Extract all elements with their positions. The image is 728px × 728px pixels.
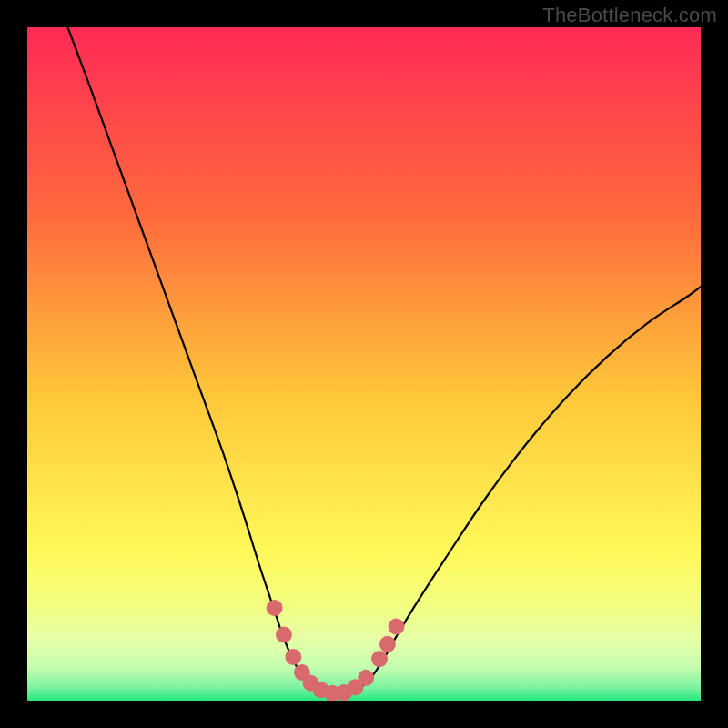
marker-dot <box>285 649 301 665</box>
marker-dot <box>267 600 283 616</box>
marker-dot <box>379 636 396 652</box>
marker-dot <box>371 651 388 667</box>
marker-dot <box>358 670 374 686</box>
watermark-text: TheBottleneck.com <box>542 4 717 27</box>
marker-dot <box>389 619 405 635</box>
plot-area <box>27 27 701 701</box>
marker-dot <box>276 626 292 642</box>
plot-svg <box>27 27 701 701</box>
